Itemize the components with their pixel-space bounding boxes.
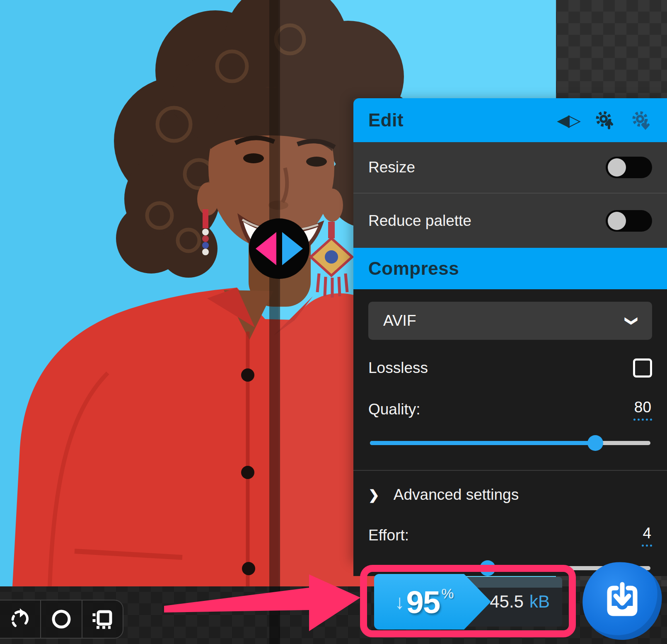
slider-fill: [370, 566, 488, 570]
resize-row: Resize: [353, 142, 667, 194]
slider-thumb[interactable]: [587, 435, 603, 451]
advanced-settings-label: Advanced settings: [394, 486, 519, 504]
options-panel: Edit ◀▷ Resize: [353, 98, 667, 563]
copy-settings-up-button[interactable]: [593, 109, 616, 131]
edit-header: Edit ◀▷: [353, 98, 667, 142]
resize-toggle[interactable]: [606, 157, 652, 178]
slider-track: [370, 441, 650, 445]
reduce-palette-row: Reduce palette: [353, 194, 667, 248]
comparison-handle[interactable]: [249, 218, 309, 279]
slider-fill: [370, 441, 594, 445]
codec-value: AVIF: [383, 312, 416, 329]
percent-sign: %: [441, 586, 454, 602]
file-size-readout: 45.5 kB: [492, 577, 562, 627]
slider-thumb[interactable]: [480, 560, 495, 576]
zoom-original-button[interactable]: [40, 600, 81, 638]
comparison-divider[interactable]: [269, 0, 280, 586]
rotate-button[interactable]: [0, 600, 40, 638]
advanced-settings-toggle[interactable]: ❯ Advanced settings: [368, 484, 652, 506]
resize-label: Resize: [368, 159, 415, 176]
toggle-knob: [608, 212, 626, 230]
edit-title: Edit: [368, 110, 404, 131]
quality-value[interactable]: 80: [633, 399, 652, 421]
file-size-unit: kB: [529, 592, 550, 612]
lossless-label: Lossless: [368, 359, 428, 377]
effort-label: Effort:: [368, 527, 409, 544]
down-arrow-icon: ↓: [395, 591, 405, 613]
copy-settings-down-button[interactable]: [630, 109, 652, 131]
effort-row: Effort: 4: [368, 525, 652, 546]
circle-icon: [50, 608, 73, 631]
size-savings-badge: 45.5 kB ↓ 95 %: [375, 577, 562, 627]
quality-row: Quality: 80: [368, 399, 652, 420]
reduce-palette-toggle[interactable]: [606, 210, 652, 232]
chevron-right-icon: ❯: [368, 487, 379, 503]
compress-title: Compress: [368, 258, 459, 279]
fit-viewport-button[interactable]: [82, 600, 123, 638]
compress-header: Compress: [353, 248, 667, 289]
section-divider: [353, 470, 667, 471]
lossless-checkbox[interactable]: [633, 358, 652, 378]
fit-viewport-icon: [90, 608, 115, 631]
compare-triangles-icon: ◀▷: [557, 111, 579, 130]
chevron-down-icon: ❯: [625, 315, 639, 326]
toggle-knob: [608, 158, 626, 177]
codec-select[interactable]: AVIF ❯: [368, 302, 652, 340]
lossless-row: Lossless: [368, 357, 652, 379]
handle-right-arrow-icon: [282, 232, 303, 265]
handle-left-arrow-icon: [256, 232, 276, 265]
viewport-toolbar: [0, 600, 123, 639]
reduce-palette-label: Reduce palette: [368, 212, 471, 230]
rotate-icon: [9, 608, 32, 631]
file-size-value: 45.5: [490, 592, 524, 612]
quality-label: Quality:: [368, 401, 420, 418]
gear-down-icon: [630, 109, 652, 131]
effort-value[interactable]: 4: [642, 525, 652, 547]
percent-savings-value: 95: [406, 584, 440, 620]
download-icon: [602, 580, 643, 622]
compare-sides-button[interactable]: ◀▷: [557, 111, 579, 130]
gear-up-icon: [593, 109, 616, 131]
quality-slider[interactable]: [368, 434, 652, 451]
compress-body: AVIF ❯ Lossless Quality: 80 ❯ Advanced s…: [353, 289, 667, 576]
